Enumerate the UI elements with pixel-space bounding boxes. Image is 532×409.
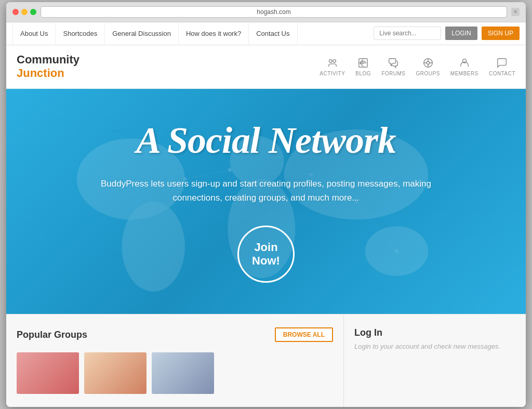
login-section-subtitle: Login to your account and check new mess… [354, 342, 515, 350]
popular-groups-header: Popular Groups BROWSE ALL [17, 327, 333, 342]
activity-icon-item[interactable]: ACTIVITY [320, 57, 345, 76]
blog-icon-item[interactable]: BLOG [355, 57, 371, 76]
svg-point-6 [427, 61, 430, 64]
join-line1: Join [254, 241, 277, 254]
url-bar[interactable]: hogash.com [41, 6, 507, 18]
maximize-dot[interactable] [30, 9, 36, 15]
site-header: Community Junction ACTIVITY BLO [6, 45, 526, 89]
browser-dots [12, 9, 36, 15]
svg-point-21 [228, 168, 232, 171]
login-button[interactable]: LOGIN [445, 27, 477, 40]
nav-about[interactable]: About Us [12, 22, 56, 45]
nav-contact[interactable]: Contact Us [249, 22, 297, 45]
join-line2: Now! [252, 254, 280, 268]
header-icons: ACTIVITY BLOG FORUMS [320, 57, 515, 76]
svg-point-0 [329, 59, 332, 62]
svg-point-1 [333, 59, 336, 62]
members-icon [459, 57, 470, 69]
groups-label: GROUPS [416, 71, 440, 76]
browser-window: hogash.com ✕ About Us Shortcodes General… [6, 2, 526, 407]
group-thumb-3[interactable] [152, 352, 214, 394]
forums-icon [388, 57, 399, 69]
login-section-title: Log In [354, 327, 515, 338]
browser-chrome: hogash.com ✕ [6, 2, 526, 22]
minimize-dot[interactable] [21, 9, 28, 15]
nav-howto[interactable]: How does it work? [179, 22, 249, 45]
activity-icon [327, 57, 338, 69]
forums-label: FORUMS [381, 71, 405, 76]
svg-point-13 [122, 201, 185, 291]
site-logo[interactable]: Community Junction [17, 53, 79, 81]
contact-icon-item[interactable]: CONTACT [489, 57, 515, 76]
popular-groups-title: Popular Groups [17, 329, 87, 340]
nav-general[interactable]: General Discussion [105, 22, 179, 45]
hero-title: A Social Network [136, 120, 396, 161]
forums-icon-item[interactable]: FORUMS [381, 57, 405, 76]
join-now-button[interactable]: Join Now! [237, 226, 295, 283]
members-label: MEMBERS [450, 71, 478, 76]
logo-junction: Junction [17, 67, 79, 80]
blog-label: BLOG [355, 71, 371, 76]
group-thumb-1[interactable] [17, 352, 79, 394]
activity-label: ACTIVITY [320, 71, 345, 76]
login-section: Log In Login to your account and check n… [344, 314, 526, 407]
bottom-section: Popular Groups BROWSE ALL Log In Login t… [6, 314, 526, 407]
browse-all-button[interactable]: BROWSE ALL [275, 327, 333, 342]
browser-close-button[interactable]: ✕ [511, 8, 520, 16]
group-thumb-2[interactable] [84, 352, 147, 394]
nav-links: About Us Shortcodes General Discussion H… [12, 22, 374, 45]
popular-groups-section: Popular Groups BROWSE ALL [6, 314, 344, 407]
blog-icon [357, 57, 369, 69]
search-input[interactable] [374, 27, 441, 40]
close-dot[interactable] [12, 9, 19, 15]
contact-icon [496, 57, 508, 69]
contact-label: CONTACT [489, 71, 515, 76]
nav-search: LOGIN SIGN UP [374, 27, 520, 40]
svg-point-22 [309, 173, 313, 176]
svg-point-26 [395, 249, 398, 253]
logo-community: Community [17, 53, 79, 67]
groups-icon [422, 57, 434, 69]
hero-section: A Social Network BuddyPress lets users s… [6, 89, 526, 314]
groups-icon-item[interactable]: GROUPS [416, 57, 440, 76]
site-nav: About Us Shortcodes General Discussion H… [6, 22, 526, 45]
members-icon-item[interactable]: MEMBERS [450, 57, 478, 76]
hero-subtitle: BuddyPress lets users sign-up and start … [100, 177, 432, 205]
signup-button[interactable]: SIGN UP [482, 27, 520, 40]
nav-shortcodes[interactable]: Shortcodes [56, 22, 105, 45]
group-thumbnails [17, 352, 333, 394]
